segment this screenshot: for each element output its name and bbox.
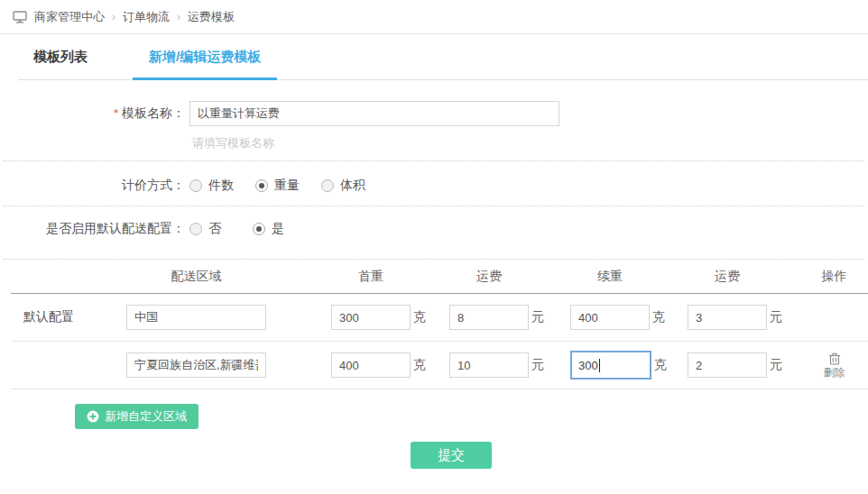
text-cursor xyxy=(599,359,600,372)
breadcrumb-item-current: 运费模板 xyxy=(188,9,235,25)
header-actions: 操作 xyxy=(822,269,847,285)
header-next-weight: 续重 xyxy=(570,269,650,285)
custom-first-weight-input[interactable] xyxy=(331,352,411,378)
fee-table-header: 配送区域 首重 运费 续重 运费 操作 xyxy=(11,260,868,294)
header-next-fee: 运费 xyxy=(688,269,767,285)
fee-unit: 元 xyxy=(770,357,782,373)
breadcrumb-item-home[interactable]: 商家管理中心 xyxy=(34,9,105,25)
default-region-input[interactable] xyxy=(126,305,266,330)
pricing-method-label: 计价方式： xyxy=(0,178,185,194)
submit-button[interactable]: 提交 xyxy=(411,442,492,469)
fee-unit: 元 xyxy=(531,309,544,325)
default-delivery-section: 是否启用默认配送配置： 否 是 xyxy=(0,206,868,237)
header-first-fee: 运费 xyxy=(449,269,529,285)
table-row-custom: 克 元 300 克 元 删除 xyxy=(11,342,868,389)
radio-icon xyxy=(321,179,334,192)
template-name-label: *模板名称： xyxy=(0,105,185,122)
weight-unit: 克 xyxy=(652,309,665,325)
row-label: 默认配置 xyxy=(23,309,74,324)
custom-next-fee-input[interactable] xyxy=(688,352,767,378)
default-next-weight-input[interactable] xyxy=(570,305,650,330)
monitor-icon xyxy=(13,11,27,23)
custom-next-weight-input-focused[interactable]: 300 xyxy=(570,351,651,380)
default-first-fee-input[interactable] xyxy=(449,305,529,330)
breadcrumb: 商家管理中心 › 订单物流 › 运费模板 xyxy=(0,0,868,34)
default-next-fee-input[interactable] xyxy=(688,305,767,330)
delivery-radio-group: 否 是 xyxy=(189,221,284,237)
custom-first-fee-input[interactable] xyxy=(449,352,529,378)
default-delivery-label: 是否启用默认配送配置： xyxy=(0,221,185,237)
required-asterisk: * xyxy=(114,106,118,120)
tab-edit-template[interactable]: 新增/编辑运费模板 xyxy=(142,49,268,80)
weight-unit: 克 xyxy=(413,309,426,325)
pricing-radio-group: 件数 重量 体积 xyxy=(189,178,387,194)
radio-yes[interactable]: 是 xyxy=(253,221,284,237)
pricing-method-section: 计价方式： 件数 重量 体积 xyxy=(0,161,868,194)
template-name-input[interactable] xyxy=(189,101,559,126)
delete-label: 删除 xyxy=(824,366,845,379)
radio-volume[interactable]: 体积 xyxy=(321,178,387,194)
template-name-section: *模板名称： 请填写模板名称 xyxy=(0,80,868,151)
breadcrumb-separator: › xyxy=(112,11,115,23)
radio-icon xyxy=(253,223,265,235)
radio-icon xyxy=(255,179,268,192)
fee-table: 配送区域 首重 运费 续重 运费 操作 默认配置 克 元 克 xyxy=(0,260,868,389)
template-name-hint: 请填写模板名称 xyxy=(192,135,868,151)
tab-bar: 模板列表 新增/编辑运费模板 xyxy=(0,34,868,80)
radio-weight[interactable]: 重量 xyxy=(255,178,321,194)
tab-template-list[interactable]: 模板列表 xyxy=(26,49,95,80)
radio-icon xyxy=(189,179,202,192)
weight-unit: 克 xyxy=(413,357,426,373)
add-region-button[interactable]: 新增自定义区域 xyxy=(75,404,199,429)
submit-area: 提交 xyxy=(0,442,868,469)
delete-row-button[interactable]: 删除 xyxy=(824,352,845,379)
radio-pieces[interactable]: 件数 xyxy=(189,178,255,194)
fee-unit: 元 xyxy=(531,357,544,373)
trash-icon xyxy=(828,352,841,365)
fee-unit: 元 xyxy=(770,309,782,325)
plus-circle-icon xyxy=(87,410,99,423)
freight-template-page: 商家管理中心 › 订单物流 › 运费模板 模板列表 新增/编辑运费模板 *模板名… xyxy=(0,0,868,494)
custom-region-input[interactable] xyxy=(126,352,266,378)
radio-no[interactable]: 否 xyxy=(189,221,253,237)
table-row-default: 默认配置 克 元 克 元 xyxy=(11,294,868,342)
radio-icon xyxy=(189,223,202,235)
weight-unit: 克 xyxy=(654,357,667,373)
header-region: 配送区域 xyxy=(126,269,266,285)
header-first-weight: 首重 xyxy=(331,269,411,285)
breadcrumb-item-logistics[interactable]: 订单物流 xyxy=(123,9,170,25)
default-first-weight-input[interactable] xyxy=(331,305,411,330)
breadcrumb-separator: › xyxy=(177,11,180,23)
